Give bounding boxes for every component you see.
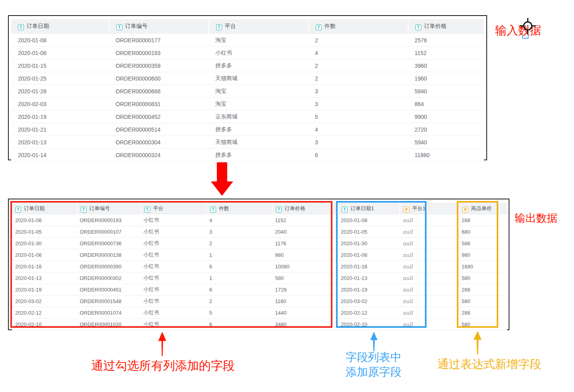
cell-order-price: 3480 [272,319,338,330]
cell-quantity: 2 [308,72,408,85]
cell-order-no: ORDER00000736 [77,238,140,249]
cell-order-date: 2020-01-06 [12,249,77,261]
table-spacer [499,319,507,330]
blue-up-arrow-icon [369,332,379,352]
column-header-order-date-1: T订单日期1 [338,203,399,215]
cell-order-price: 1728 [272,284,338,295]
red-down-arrow-icon [209,162,235,197]
crosshair-cursor-icon [519,17,537,35]
cell-order-date: 2020-01-19 [11,110,109,123]
cell-order-price: 1176 [272,238,338,249]
cell-platform: 小红书 [140,307,206,319]
cell-order-date: 2020-01-08 [11,34,109,47]
cell-order-no: ORDER00000452 [109,110,208,123]
cell-unit-price: 1680 [458,261,499,272]
yellow-up-arrow-icon [472,331,483,355]
cell-unit-price: 288 [458,284,499,295]
cell-order-date: 2020-01-08 [11,47,109,59]
column-label: 订单价格 [285,205,305,211]
cell-order-date: 2020-01-15 [11,59,109,72]
table-spacer [499,307,507,319]
table-row: 2020-01-15ORDER00000359拼多多23960 [11,59,484,72]
cell-platform-1: null [399,261,426,272]
cell-platform: 拼多多 [208,59,308,72]
cell-order-no: ORDER00000193 [109,47,208,59]
text-type-icon: T [216,24,222,30]
table-spacer [426,215,458,226]
cell-unit-price: 580 [458,272,499,284]
table-spacer [426,226,458,238]
cell-order-date: 2020-01-13 [11,136,109,149]
cell-platform: 淘宝 [208,85,308,98]
cell-order-no: ORDER00001020 [77,319,140,330]
cell-platform: 小红书 [140,238,206,249]
cell-platform: 天猫商城 [208,136,308,149]
table-spacer [499,295,507,307]
field-list-note: 字段列表中 添加原字段 [346,350,401,379]
cell-platform: 小红书 [140,215,206,226]
column-header-quantity: T件数 [308,19,408,34]
cell-order-price: 580 [272,272,338,284]
checked-columns-note: 通过勾选所有列添加的字段 [91,358,235,374]
column-header-order-price: T订单价格 [272,203,338,215]
cell-order-no: ORDER00000177 [109,34,208,47]
cell-order-date: 2020-01-19 [12,284,77,295]
table-spacer [426,295,458,307]
cell-quantity: 6 [206,261,272,272]
table-spacer [426,203,458,215]
field-list-note-line1: 字段列表中 [346,350,401,364]
column-header-order-price: T订单价格 [408,19,484,34]
cell-order-no: ORDER00000304 [109,136,208,149]
table-spacer [499,272,507,284]
table-row: 2020-01-19ORDER00000451小红书617282020-01-1… [12,284,507,295]
column-label: 订单日期 [24,205,45,211]
text-type-icon: T [316,24,322,30]
cell-order-no: ORDER00000600 [109,72,208,85]
column-label: 订单编号 [125,23,147,29]
cell-unit-price: 980 [458,249,499,261]
cell-order-price: 1160 [272,295,338,307]
cell-order-price: 3960 [408,59,484,72]
column-label: 订单编号 [89,205,110,211]
table-row: 2020-01-16ORDER00000390小红书6100802020-01-… [12,261,507,272]
column-label: 商品单价 [471,205,492,211]
cell-order-date: 2020-01-25 [11,72,109,85]
cell-platform: 京东商城 [208,110,308,123]
cell-order-price: 5940 [408,136,484,149]
number-type-icon: # [462,207,468,213]
cell-platform: 天猫商城 [208,72,308,85]
table-row: 2020-01-08ORDER00000193小红书41152 [11,47,484,59]
expression-note: 通过表达式新增字段 [437,357,541,372]
table-row: 2020-01-05ORDER00000107小红书320402020-01-0… [12,226,507,238]
cell-quantity: 4 [308,123,408,136]
cell-platform-1: null [399,226,426,238]
column-label: 件数 [219,205,229,211]
text-type-icon: T [210,207,216,213]
cell-order-date: 2020-02-10 [12,319,77,330]
cell-platform: 小红书 [140,261,206,272]
cell-platform: 小红书 [140,226,206,238]
table-row: 2020-02-03ORDER00000831淘宝3864 [11,98,484,110]
cell-quantity: 4 [308,47,408,59]
table-spacer [499,203,507,215]
cell-order-date: 2020-01-05 [12,226,77,238]
cell-order-price: 10080 [272,261,338,272]
output-data-table: T订单日期T订单编号T平台T件数T订单价格T订单日期1#平台1#商品单价2020… [8,199,509,330]
cell-order-date: 2020-01-08 [12,215,77,226]
cell-platform-1: null [399,238,426,249]
column-header-order-date: T订单日期 [12,203,77,215]
cell-order-no: ORDER00000514 [109,123,208,136]
cell-order-price: 864 [408,98,484,110]
table-spacer [499,249,507,261]
cell-order-no: ORDER00000302 [77,272,140,284]
table-row: 2020-01-19ORDER00000452京东商城59900 [11,110,484,123]
column-header-unit-price: #商品单价 [458,203,499,215]
cell-platform: 拼多多 [208,149,308,162]
column-header-platform: T平台 [208,19,308,34]
cell-order-date-1: 2020-03-02 [338,295,399,307]
column-header-platform: T平台 [140,203,206,215]
cell-platform: 淘宝 [208,98,308,110]
cell-unit-price: 288 [458,307,499,319]
cell-order-date-1: 2020-01-08 [338,215,399,226]
table-row: 2020-01-14ORDER00000324拼多多611880 [11,149,484,162]
